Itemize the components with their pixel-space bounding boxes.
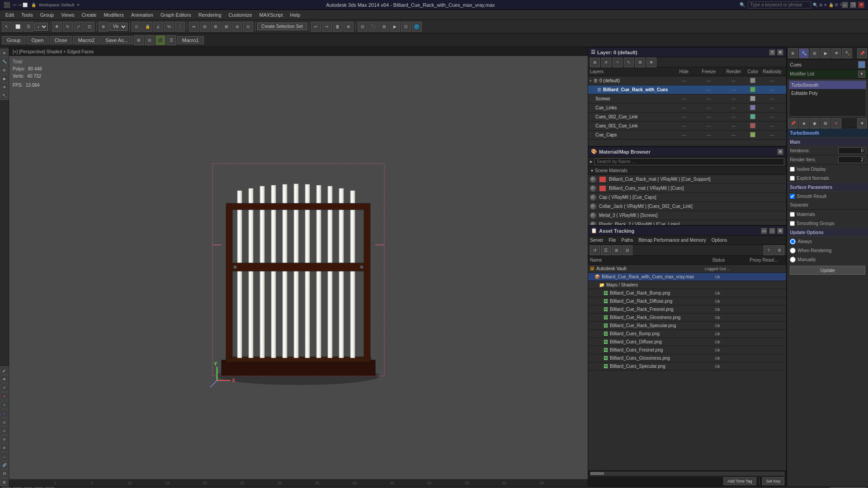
mod-hierarchy-btn[interactable]: ⊞ xyxy=(810,48,820,58)
asset-menu-options[interactable]: Options xyxy=(712,238,727,243)
asset-scrollbar[interactable] xyxy=(588,470,786,476)
close-btn[interactable]: ✕ xyxy=(858,2,864,8)
select-tool-btn[interactable]: ↖ xyxy=(2,22,12,32)
asset-list-view-btn[interactable]: ☰ xyxy=(601,245,611,255)
new-layer-btn[interactable]: ⊕ xyxy=(590,57,600,67)
menu-customize[interactable]: Customize xyxy=(225,11,256,19)
menu-tools[interactable]: Tools xyxy=(18,11,37,19)
render-setup-btn[interactable]: ⊞ xyxy=(379,22,389,32)
layer-row-default[interactable]: ▸ ☰ 0 (default) — — — — xyxy=(588,76,786,85)
freeze-unsel-btn[interactable]: ❄ xyxy=(0,444,9,452)
schematic-view-btn[interactable]: ⊟ xyxy=(358,22,368,32)
manage-sets-btn[interactable]: ⊞ xyxy=(134,35,144,45)
set-key-btn[interactable]: Set Key xyxy=(762,477,785,485)
ref-coord-select[interactable]: View xyxy=(109,23,127,31)
color-swatch-obj[interactable] xyxy=(858,61,865,68)
unhide-all-btn[interactable]: ⊚ xyxy=(0,435,9,443)
mirror-btn[interactable]: ⇔ xyxy=(189,22,199,32)
hierarchy-panel-btn[interactable]: ⊞ xyxy=(0,66,9,74)
layers-help-btn[interactable]: ? xyxy=(769,49,775,56)
unlink-btn[interactable]: ⛓ xyxy=(0,469,9,478)
motion-panel-btn[interactable]: ▶ xyxy=(0,75,9,83)
smoothing-groups-checkbox[interactable] xyxy=(790,221,795,226)
always-radio[interactable] xyxy=(790,239,796,244)
selection-filter[interactable]: All xyxy=(34,23,48,31)
asset-row-img8[interactable]: 🖼 Billiard_Cues_Glossiness.png Ok xyxy=(588,354,786,362)
asset-row-maxfile[interactable]: 📦 Billiard_Cue_Rack_with_Cues_max_vray.m… xyxy=(588,273,786,281)
asset-settings-btn[interactable]: ⚙ xyxy=(774,245,784,255)
mod-pin2-btn[interactable]: 📌 xyxy=(788,118,798,128)
asset-menu-file[interactable]: File xyxy=(609,238,616,243)
asset-row-img5[interactable]: 🖼 Billiard_Cues_Bump.png Ok xyxy=(588,330,786,338)
align-btn[interactable]: ⊟ xyxy=(200,22,210,32)
freeze-layer-btn[interactable]: ❄ xyxy=(646,57,656,67)
menu-modifiers[interactable]: Modifiers xyxy=(100,11,127,19)
asset-row-img1[interactable]: 🖼 Billiard_Cue_Rack_Diffuse.png Ok xyxy=(588,297,786,305)
mod-show-end-result-btn[interactable]: ◉ xyxy=(810,118,820,128)
spinner-snap-btn[interactable]: ⋮ xyxy=(175,22,185,32)
materials-checkbox[interactable] xyxy=(790,212,795,217)
mod-show-result-btn[interactable]: ◈ xyxy=(799,118,809,128)
menu-animation[interactable]: Animation xyxy=(127,11,157,19)
mod-utilities-btn[interactable]: 🔨 xyxy=(842,48,852,58)
percent-snap-btn[interactable]: % xyxy=(164,22,174,32)
axis-constraint-x-btn[interactable]: X xyxy=(0,392,9,400)
layer-row-screws[interactable]: Screws — — — — xyxy=(588,94,786,103)
wire-color-btn[interactable]: ⬛ xyxy=(156,35,165,45)
mod-remove-btn[interactable]: ✕ xyxy=(831,118,841,128)
update-btn[interactable]: Update xyxy=(790,266,865,275)
material-row-2[interactable]: Cap ( VRayMtl ) [Cue_Caps] xyxy=(588,193,786,202)
layers-close-btn[interactable]: ✕ xyxy=(777,49,783,56)
asset-row-img6[interactable]: 🖼 Billiard_Cues_Diffuse.png Ok xyxy=(588,338,786,346)
mod-make-unique-btn[interactable]: ⊠ xyxy=(821,118,830,128)
menu-create[interactable]: Create xyxy=(78,11,100,19)
menu-edit[interactable]: Edit xyxy=(2,11,18,19)
select-region-btn[interactable]: ⬜ xyxy=(13,22,23,32)
mod-collapse-btn[interactable]: ▼ xyxy=(857,118,867,128)
material-row-4[interactable]: Metal_3 ( VRayMtl ) [Screws] xyxy=(588,211,786,220)
delete-btn[interactable]: 🗑 xyxy=(333,22,343,32)
asset-row-maps[interactable]: 📁 Maps / Shaders xyxy=(588,281,786,289)
unfreeze-all-btn[interactable]: ♨ xyxy=(0,452,9,460)
rotate-btn[interactable]: ↻ xyxy=(63,22,73,32)
axis-constraint-z-btn[interactable]: Z xyxy=(0,409,9,418)
asset-row-img4[interactable]: 🖼 Billiard_Cue_Rack_Specular.png Ok xyxy=(588,322,786,330)
angle-snap-btn[interactable]: ∠ xyxy=(153,22,163,32)
modify-panel-btn[interactable]: 🔧 xyxy=(0,57,9,66)
asset-row-img9[interactable]: 🖼 Billiard_Cues_Specular.png Ok xyxy=(588,362,786,371)
modifier-item-edpoly[interactable]: Editable Poly xyxy=(789,89,866,97)
tab-open[interactable]: Open xyxy=(27,36,49,44)
asset-close-btn[interactable]: ✕ xyxy=(777,228,783,234)
tab-close[interactable]: Close xyxy=(50,36,72,44)
mod-pin-btn[interactable]: 📌 xyxy=(857,48,867,58)
explicit-normals-checkbox[interactable] xyxy=(790,176,795,181)
material-close-btn[interactable]: ✕ xyxy=(777,149,783,155)
material-row-5[interactable]: Plastic_Black_2 ( VRayMtl ) [Cue_Links] xyxy=(588,220,786,225)
layer-props-btn[interactable]: ⚙ xyxy=(635,57,645,67)
utilities-panel-btn[interactable]: 🔨 xyxy=(0,92,9,100)
mod-display-btn[interactable]: 👁 xyxy=(831,48,841,58)
material-row-1[interactable]: Billiard_Cues_mat ( VRayMtl ) [Cues] xyxy=(588,184,786,193)
transform-type-btn[interactable]: ✥ xyxy=(0,375,9,383)
ref-coord-btn[interactable]: ⊕ xyxy=(99,22,108,32)
layer-row-cuecaps[interactable]: Cue_Caps — — — — xyxy=(588,131,786,140)
undo-btn[interactable]: ↩ xyxy=(311,22,321,32)
asset-details-view-btn[interactable]: ⊟ xyxy=(623,245,632,255)
material-editor-btn[interactable]: ⬛ xyxy=(368,22,378,32)
menu-maxscript[interactable]: MAXScript xyxy=(256,11,287,19)
minimize-btn[interactable]: — xyxy=(842,2,848,8)
viewport-main[interactable]: [+] [Perspective] Shaded + Edged Faces T… xyxy=(9,47,588,486)
menu-rendering[interactable]: Rendering xyxy=(195,11,225,19)
layer-mgr-btn[interactable]: ☰ xyxy=(166,35,176,45)
select-objs-btn[interactable]: ↖ xyxy=(624,57,634,67)
align-to-view-btn[interactable]: ⊝ xyxy=(243,22,253,32)
manually-radio[interactable] xyxy=(790,257,796,263)
add-time-tag-btn[interactable]: Add Time Tag xyxy=(723,477,756,485)
render-iters-input[interactable] xyxy=(838,156,865,163)
asset-row-img2[interactable]: 🖼 Billiard_Cue_Rack_Fresnel.png Ok xyxy=(588,305,786,314)
global-search-input[interactable] xyxy=(748,1,811,9)
tab-macro2[interactable]: Macro2 xyxy=(73,36,100,44)
render-frame-btn[interactable]: ▶ xyxy=(390,22,400,32)
asset-row-img3[interactable]: 🖼 Billiard_Cue_Rack_Glossiness.png Ok xyxy=(588,314,786,322)
hide-unsel-btn[interactable]: ⊙ xyxy=(0,427,9,435)
